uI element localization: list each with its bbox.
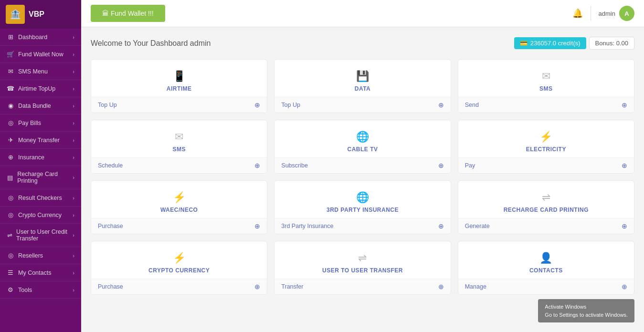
card-action-sms2[interactable]: Schedule ⊕ [91,157,267,173]
card-action-plus-3rd-party: ⊕ [438,222,444,230]
topbar-divider [591,6,591,21]
card-icon-user-transfer: ⇌ [358,252,367,264]
card-action-label-recharge-card[interactable]: Generate [465,223,490,229]
card-sms2[interactable]: ✉ SMS Schedule ⊕ [91,120,267,174]
sidebar-label-my-contacts: My Contacts [18,270,51,276]
sidebar-item-user-transfer[interactable]: ⇌ User to User Credit Transfer › [0,224,81,247]
card-cable-tv[interactable]: 🌐 CABLE TV Subscribe ⊕ [274,120,451,174]
card-user-transfer[interactable]: ⇌ USER TO USER TRANSFER Transfer ⊕ [274,241,451,295]
sidebar-item-result-checkers[interactable]: ◎ Result Checkers › [0,189,81,207]
card-action-user-transfer[interactable]: Transfer ⊕ [274,279,450,294]
sidebar-item-tools[interactable]: ⚙ Tools › [0,281,81,299]
card-action-label-airtime[interactable]: Top Up [98,102,117,108]
sidebar-icon-insurance: ⊕ [7,154,14,161]
sidebar-label-recharge-card: Recharge Card Printing [17,171,73,184]
card-action-contacts[interactable]: Manage ⊕ [458,279,634,294]
card-action-label-electricity[interactable]: Pay [465,162,475,169]
card-icon-cable-tv: 🌐 [356,131,369,143]
card-action-label-crypto[interactable]: Purchase [98,283,123,290]
sidebar-icon-data-bundle: ◉ [7,102,14,109]
fund-wallet-button[interactable]: 🏛 Fund Wallet !!! [91,5,165,22]
card-crypto[interactable]: ⚡ CRYPTO CURRENCY Purchase ⊕ [91,241,267,295]
sidebar-item-resellers[interactable]: ◎ Resellers › [0,247,81,264]
card-action-label-user-transfer[interactable]: Transfer [281,283,303,290]
card-action-label-sms2[interactable]: Schedule [98,162,123,169]
sidebar-item-recharge-card[interactable]: ▤ Recharge Card Printing › [0,166,81,189]
chevron-icon-tools: › [73,287,74,293]
logo-icon: 🏦 [6,5,25,24]
chevron-icon-fund-wallet: › [73,52,74,57]
topbar-right: 🔔 admin A [572,6,634,21]
card-top-electricity: ⚡ ELECTRICITY [458,120,634,157]
card-waec[interactable]: ⚡ WAEC/NECO Purchase ⊕ [91,180,267,234]
card-action-label-cable-tv[interactable]: Subscribe [281,162,308,169]
card-top-recharge-card: ⇌ RECHARGE CARD PRINTING [458,181,634,218]
sidebar-label-result-checkers: Result Checkers [18,195,62,201]
cards-grid: 📱 AIRTIME Top Up ⊕ 💾 DATA Top Up ⊕ ✉ SMS [91,59,634,295]
sidebar-item-left: ◎ Pay Bills [7,119,41,126]
card-action-airtime[interactable]: Top Up ⊕ [91,97,267,113]
sidebar-item-crypto-currency[interactable]: ◎ Crypto Currency › [0,207,81,224]
sidebar-label-money-transfer: Money Transfer [18,137,60,144]
card-airtime[interactable]: 📱 AIRTIME Top Up ⊕ [91,59,267,113]
sidebar-item-airtime-topup[interactable]: ☎ Airtime TopUp › [0,80,81,97]
card-top-user-transfer: ⇌ USER TO USER TRANSFER [274,241,450,279]
sidebar-item-dashboard[interactable]: ⊞ Dashboard › [0,29,81,46]
sidebar-logo[interactable]: 🏦 VBP [0,0,81,29]
card-action-label-data[interactable]: Top Up [281,102,300,108]
card-action-data[interactable]: Top Up ⊕ [274,97,450,113]
card-action-electricity[interactable]: Pay ⊕ [458,157,634,173]
card-action-plus-airtime: ⊕ [254,101,260,109]
card-electricity[interactable]: ⚡ ELECTRICITY Pay ⊕ [458,120,634,174]
welcome-text: Welcome to Your Dashboard admin [91,39,211,48]
sidebar-label-user-transfer: User to User Credit Transfer [16,228,73,242]
sidebar-item-data-bundle[interactable]: ◉ Data Bundle › [0,97,81,114]
sidebar-item-left: ✉ SMS Menu [7,68,48,75]
sidebar-item-money-transfer[interactable]: ✈ Money Transfer › [0,132,81,149]
card-action-label-sms[interactable]: Send [465,102,479,108]
card-action-recharge-card[interactable]: Generate ⊕ [458,218,634,234]
sidebar-item-insurance[interactable]: ⊕ Insurance › [0,149,81,166]
card-action-sms[interactable]: Send ⊕ [458,97,634,113]
sidebar-label-fund-wallet: Fund Wallet Now [18,51,63,58]
chevron-icon-crypto-currency: › [73,212,74,218]
card-icon-airtime: 📱 [173,70,186,83]
card-title-cable-tv: CABLE TV [347,146,378,153]
card-top-sms: ✉ SMS [458,60,634,97]
card-action-cable-tv[interactable]: Subscribe ⊕ [274,157,450,173]
card-data[interactable]: 💾 DATA Top Up ⊕ [274,59,451,113]
chevron-icon-dashboard: › [73,34,74,40]
card-action-3rd-party[interactable]: 3rd Party Insurance ⊕ [274,218,450,234]
sidebar-label-data-bundle: Data Bundle [18,103,51,109]
card-action-label-3rd-party[interactable]: 3rd Party Insurance [281,223,333,229]
card-action-plus-sms2: ⊕ [254,162,260,169]
card-contacts[interactable]: 👤 CONTACTS Manage ⊕ [458,241,634,295]
sidebar-icon-crypto-currency: ◎ [7,211,14,218]
card-icon-crypto: ⚡ [173,252,186,264]
sidebar-item-sms-menu[interactable]: ✉ SMS Menu › [0,63,81,80]
sidebar-item-fund-wallet[interactable]: 🛒 Fund Wallet Now › [0,46,81,63]
card-action-plus-waec: ⊕ [254,222,260,230]
sidebar-label-dashboard: Dashboard [18,34,47,41]
card-action-label-waec[interactable]: Purchase [98,223,123,229]
bell-icon[interactable]: 🔔 [572,8,583,19]
card-action-label-contacts[interactable]: Manage [465,283,486,290]
card-action-waec[interactable]: Purchase ⊕ [91,218,267,234]
sidebar-item-pay-bills[interactable]: ◎ Pay Bills › [0,114,81,132]
card-recharge-card[interactable]: ⇌ RECHARGE CARD PRINTING Generate ⊕ [458,180,634,234]
chevron-icon-my-contacts: › [73,270,74,276]
sidebar-item-left: ⚙ Tools [7,286,32,293]
card-action-plus-user-transfer: ⊕ [438,283,444,290]
card-3rd-party[interactable]: 🌐 3RD PARTY INSURANCE 3rd Party Insuranc… [274,180,451,234]
card-title-waec: WAEC/NECO [160,207,198,213]
card-sms[interactable]: ✉ SMS Send ⊕ [458,59,634,113]
sidebar-icon-my-contacts: ☰ [7,269,14,276]
card-action-plus-cable-tv: ⊕ [438,162,444,169]
chevron-icon-recharge-card: › [73,175,74,180]
avatar: A [619,6,634,21]
admin-info[interactable]: admin A [599,6,634,21]
card-icon-3rd-party: 🌐 [356,191,369,204]
card-action-crypto[interactable]: Purchase ⊕ [91,279,267,294]
sidebar-item-my-contacts[interactable]: ☰ My Contacts › [0,264,81,281]
sidebar-label-crypto-currency: Crypto Currency [18,212,62,218]
